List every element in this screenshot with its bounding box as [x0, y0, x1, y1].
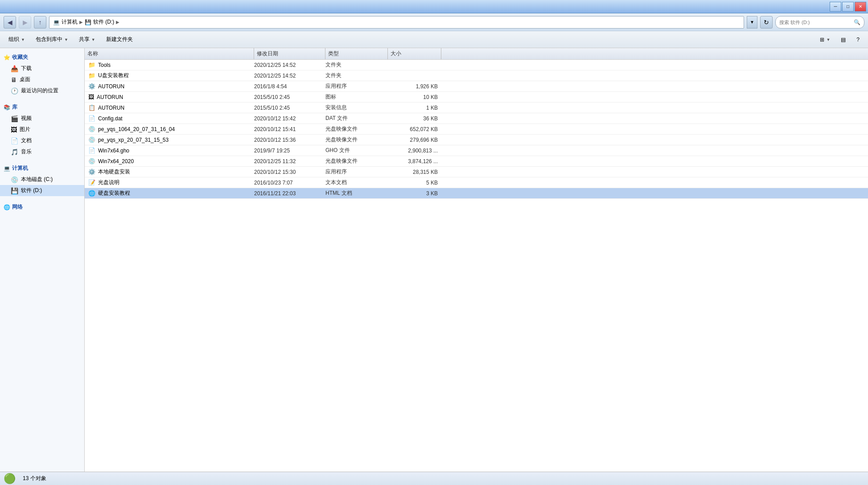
view-dropdown-button[interactable]: ⊞ ▼	[815, 33, 835, 46]
file-name-cell: 🖼 AUTORUN	[85, 94, 254, 100]
file-icon: 📄	[88, 115, 95, 122]
file-area: 名称 修改日期 类型 大小 📁 Tools 2020/12/25 14:52 文…	[85, 48, 868, 472]
divider-1	[0, 98, 84, 102]
column-header-size[interactable]: 大小	[388, 48, 441, 59]
status-text: 13 个对象	[23, 475, 46, 482]
include-lib-arrow: ▼	[64, 37, 68, 42]
table-row[interactable]: 📋 AUTORUN 2015/5/10 2:45 安装信息 1 KB	[85, 103, 868, 113]
column-header-date[interactable]: 修改日期	[254, 48, 325, 59]
file-type-cell: GHO 文件	[325, 147, 388, 154]
file-name-cell: 💿 pe_yqs_xp_20_07_31_15_53	[85, 136, 254, 143]
include-lib-button[interactable]: 包含到库中 ▼	[31, 33, 73, 46]
file-icon: 📝	[88, 179, 95, 186]
file-type-cell: 安装信息	[325, 104, 388, 111]
recent-label: 最近访问的位置	[21, 87, 58, 95]
table-row[interactable]: 🖼 AUTORUN 2015/5/10 2:45 图标 10 KB	[85, 92, 868, 103]
title-bar-buttons: ─ □ ✕	[830, 2, 866, 12]
close-button[interactable]: ✕	[855, 2, 866, 12]
new-folder-label: 新建文件夹	[106, 36, 133, 43]
drive-d-label: 软件 (D:)	[21, 187, 42, 194]
file-icon: 📁	[88, 72, 95, 79]
file-name: AUTORUN	[98, 83, 124, 90]
file-icon: ⚙️	[88, 83, 95, 90]
sidebar-item-drive-c[interactable]: 💿 本地磁盘 (C:)	[0, 174, 84, 185]
back-button[interactable]: ◀	[4, 16, 16, 29]
help-button[interactable]: ?	[852, 33, 864, 46]
status-bar: 🟢 13 个对象	[0, 472, 868, 485]
sidebar-header-favorites[interactable]: ⭐ 收藏夹	[0, 52, 84, 63]
table-row[interactable]: 📁 U盘安装教程 2020/12/25 14:52 文件夹	[85, 70, 868, 81]
sidebar-header-network[interactable]: 🌐 网络	[0, 201, 84, 213]
drive-d-icon: 💾	[11, 187, 18, 194]
file-icon: 💿	[88, 136, 95, 143]
preview-icon: ▤	[841, 37, 846, 43]
path-drive-icon: 💾	[85, 19, 91, 25]
forward-button[interactable]: ▶	[19, 16, 31, 29]
address-path: 💻 计算机 ▶ 💾 软件 (D:) ▶	[49, 16, 744, 29]
table-row[interactable]: ⚙️ 本地硬盘安装 2020/10/12 15:30 应用程序 28,315 K…	[85, 167, 868, 177]
table-row[interactable]: 📄 Win7x64.gho 2019/9/7 19:25 GHO 文件 2,90…	[85, 145, 868, 156]
preview-pane-button[interactable]: ▤	[836, 33, 851, 46]
minimize-button[interactable]: ─	[830, 2, 841, 12]
file-date-cell: 2016/11/21 22:03	[254, 190, 325, 197]
new-folder-button[interactable]: 新建文件夹	[101, 33, 138, 46]
organize-button[interactable]: 组织 ▼	[4, 33, 30, 46]
file-type-cell: 光盘映像文件	[325, 136, 388, 144]
organize-label: 组织	[8, 36, 19, 43]
file-date-cell: 2016/1/8 4:54	[254, 83, 325, 90]
documents-icon: 📄	[11, 137, 18, 144]
file-name-cell: 📁 U盘安装教程	[85, 72, 254, 79]
up-button[interactable]: ↑	[34, 16, 46, 29]
pictures-icon: 🖼	[11, 126, 17, 133]
divider-2	[0, 159, 84, 163]
column-header: 名称 修改日期 类型 大小	[85, 48, 868, 60]
search-input[interactable]	[779, 20, 852, 25]
library-label: 库	[12, 103, 17, 111]
table-row[interactable]: 📄 Config.dat 2020/10/12 15:42 DAT 文件 36 …	[85, 113, 868, 124]
table-row[interactable]: 🌐 硬盘安装教程 2016/11/21 22:03 HTML 文档 3 KB	[85, 188, 868, 199]
file-date-cell: 2019/9/7 19:25	[254, 148, 325, 154]
sidebar-item-recent[interactable]: 🕐 最近访问的位置	[0, 85, 84, 96]
address-dropdown[interactable]: ▼	[747, 16, 757, 29]
file-type-cell: 文件夹	[325, 61, 388, 69]
sidebar-header-library[interactable]: 📚 库	[0, 102, 84, 113]
file-name: AUTORUN	[98, 105, 124, 111]
help-icon: ?	[856, 37, 860, 43]
favorites-icon: ⭐	[4, 54, 10, 61]
file-icon: ⚙️	[88, 169, 95, 175]
sidebar-item-drive-d[interactable]: 💾 软件 (D:)	[0, 185, 84, 196]
table-row[interactable]: ⚙️ AUTORUN 2016/1/8 4:54 应用程序 1,926 KB	[85, 81, 868, 92]
table-row[interactable]: 📝 光盘说明 2016/10/23 7:07 文本文档 5 KB	[85, 177, 868, 188]
computer-icon: 💻	[4, 165, 10, 172]
file-icon: 📁	[88, 62, 95, 68]
video-label: 视频	[21, 115, 32, 122]
search-icon[interactable]: 🔍	[854, 19, 860, 25]
maximize-button[interactable]: □	[842, 2, 854, 12]
column-header-name[interactable]: 名称	[85, 48, 254, 59]
file-size-cell: 10 KB	[388, 94, 441, 100]
refresh-button[interactable]: ↻	[760, 16, 773, 29]
sidebar-header-computer[interactable]: 💻 计算机	[0, 163, 84, 174]
column-header-type[interactable]: 类型	[325, 48, 388, 59]
share-button[interactable]: 共享 ▼	[74, 33, 100, 46]
file-name: Config.dat	[98, 115, 123, 122]
sidebar-item-video[interactable]: 🎬 视频	[0, 113, 84, 124]
table-row[interactable]: 💿 Win7x64_2020 2020/12/25 11:32 光盘映像文件 3…	[85, 156, 868, 167]
sidebar-item-pictures[interactable]: 🖼 图片	[0, 124, 84, 135]
file-date-cell: 2016/10/23 7:07	[254, 180, 325, 186]
sidebar-item-documents[interactable]: 📄 文档	[0, 135, 84, 146]
table-row[interactable]: 💿 pe_yqs_xp_20_07_31_15_53 2020/10/12 15…	[85, 135, 868, 145]
music-icon: 🎵	[11, 148, 18, 156]
table-row[interactable]: 💿 pe_yqs_1064_20_07_31_16_04 2020/10/12 …	[85, 124, 868, 135]
sidebar-item-desktop[interactable]: 🖥 桌面	[0, 74, 84, 85]
recent-icon: 🕐	[11, 87, 18, 95]
file-name: 硬盘安装教程	[98, 189, 130, 197]
sidebar-item-music[interactable]: 🎵 音乐	[0, 146, 84, 157]
file-size-cell: 652,072 KB	[388, 126, 441, 132]
file-size-cell: 5 KB	[388, 180, 441, 186]
table-row[interactable]: 📁 Tools 2020/12/25 14:52 文件夹	[85, 60, 868, 70]
sidebar-item-downloads[interactable]: 📥 下载	[0, 63, 84, 74]
path-drive[interactable]: 软件 (D:)	[93, 18, 114, 26]
path-computer[interactable]: 计算机	[62, 18, 78, 26]
file-name: Tools	[98, 62, 111, 68]
